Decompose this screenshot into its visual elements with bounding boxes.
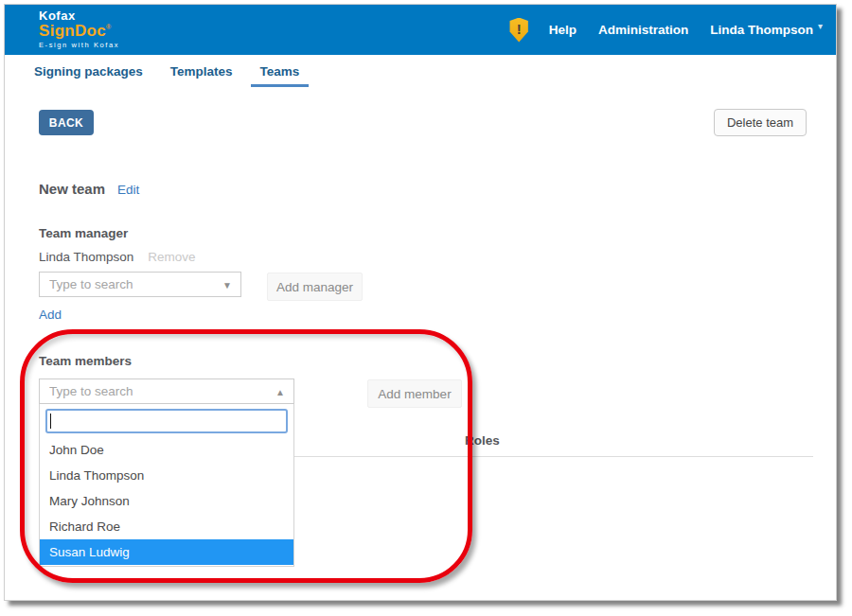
dropdown-filter-input[interactable] — [45, 409, 288, 433]
logo-signdoc-text: SignDoc® — [39, 23, 119, 39]
dropdown-option-richard-roe[interactable]: Richard Roe — [40, 514, 293, 539]
app-window: Kofax SignDoc® E-sign with Kofax ! Help … — [4, 4, 837, 601]
top-header-bar: Kofax SignDoc® E-sign with Kofax ! Help … — [5, 5, 836, 55]
warning-shield-icon[interactable]: ! — [509, 18, 529, 43]
delete-team-button[interactable]: Delete team — [714, 109, 807, 136]
team-name-row: New team Edit — [39, 181, 139, 197]
tab-templates[interactable]: Templates — [161, 55, 242, 87]
kofax-signdoc-logo: Kofax SignDoc® E-sign with Kofax — [39, 9, 119, 49]
member-search-input[interactable] — [40, 379, 293, 403]
add-member-button[interactable]: Add member — [367, 379, 462, 408]
help-link[interactable]: Help — [549, 23, 577, 37]
dropdown-option-mary-johnson[interactable]: Mary Johnson — [40, 488, 293, 514]
dropdown-option-john-doe[interactable]: John Doe — [40, 437, 293, 463]
member-search-dropdown: John Doe Linda Thompson Mary Johnson Ric… — [39, 404, 294, 567]
manager-list-row: Linda Thompson Remove — [39, 250, 196, 264]
text-cursor — [50, 414, 51, 429]
top-navigation: ! Help Administration Linda Thompson ▾ — [509, 5, 823, 55]
logo-tagline: E-sign with Kofax — [39, 42, 119, 49]
team-manager-title: Team manager — [39, 226, 128, 240]
roles-column-header: Roles — [465, 433, 500, 448]
chevron-down-icon: ▾ — [818, 21, 823, 31]
registered-mark: ® — [106, 24, 111, 30]
user-name: Linda Thompson — [710, 23, 813, 37]
manager-search-input[interactable] — [40, 273, 240, 296]
dropdown-filter-wrap — [45, 409, 288, 433]
remove-manager-link[interactable]: Remove — [148, 250, 195, 264]
member-search-combobox[interactable]: ▲ — [39, 378, 294, 404]
administration-link[interactable]: Administration — [598, 23, 688, 37]
edit-team-link[interactable]: Edit — [117, 183, 139, 197]
add-manager-button[interactable]: Add manager — [267, 273, 363, 301]
tab-teams[interactable]: Teams — [251, 55, 310, 87]
tab-signing-packages[interactable]: Signing packages — [25, 55, 152, 87]
user-menu[interactable]: Linda Thompson ▾ — [710, 23, 823, 37]
team-members-title: Team members — [39, 354, 132, 368]
manager-name: Linda Thompson — [39, 250, 133, 264]
logo-kofax-text: Kofax — [39, 9, 119, 22]
back-button[interactable]: BACK — [39, 110, 94, 135]
manager-search-combobox[interactable]: ▼ — [39, 272, 241, 297]
main-tab-bar: Signing packages Templates Teams — [5, 55, 836, 87]
dropdown-option-susan-ludwig-selected[interactable]: Susan Ludwig — [40, 539, 293, 565]
team-name: New team — [39, 181, 105, 197]
add-manager-link[interactable]: Add — [39, 308, 62, 322]
dropdown-option-linda-thompson[interactable]: Linda Thompson — [40, 463, 293, 488]
